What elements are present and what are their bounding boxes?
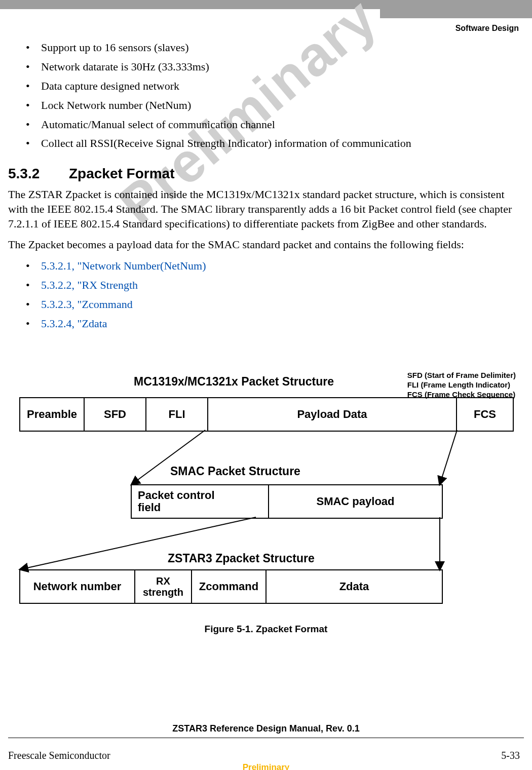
xref-link[interactable]: 5.3.2.2, "RX Strength bbox=[41, 279, 138, 291]
section-number: 5.3.2 bbox=[8, 166, 69, 182]
bullet-item: Data capture designed network bbox=[26, 78, 524, 94]
rx-line2: strength bbox=[143, 587, 183, 598]
pc-line2: field bbox=[138, 501, 161, 514]
figure-title-1: MC1319x/MC1321x Packet Structure bbox=[134, 375, 334, 389]
bullet-item: Support up to 16 sensors (slaves) bbox=[26, 40, 524, 56]
cell-rx-strength: RX strength bbox=[135, 570, 192, 603]
cell-network-number: Network number bbox=[20, 570, 135, 603]
legend-line: FLI (Frame Length Indicator) bbox=[407, 380, 516, 390]
table-mc-packet: Preamble SFD FLI Payload Data FCS bbox=[19, 397, 514, 432]
header-tab bbox=[380, 9, 532, 18]
bullet-item: Collect all RSSI(Receive Signal Strength… bbox=[26, 135, 524, 151]
bullet-link[interactable]: 5.3.2.2, "RX Strength bbox=[26, 277, 524, 293]
rx-line1: RX bbox=[156, 575, 170, 587]
cell-packet-control: Packet control field bbox=[132, 485, 269, 518]
cell-smac-payload: SMAC payload bbox=[269, 485, 442, 518]
table-zpacket: Network number RX strength Zcommand Zdat… bbox=[19, 569, 443, 604]
figure-caption: Figure 5-1. Zpacket Format bbox=[8, 624, 524, 635]
footer-company: Freescale Semiconductor bbox=[8, 750, 110, 761]
bullet-link[interactable]: 5.3.2.1, "Network Number(NetNum) bbox=[26, 258, 524, 274]
table-smac-packet: Packet control field SMAC payload bbox=[131, 484, 443, 519]
cell-zcommand: Zcommand bbox=[192, 570, 267, 603]
svg-line-1 bbox=[440, 430, 457, 484]
bullet-item: Network datarate is 30Hz (33.333ms) bbox=[26, 59, 524, 75]
legend-line: SFD (Start of Frame Delimiter) bbox=[407, 371, 516, 380]
header-section: Software Design bbox=[455, 24, 519, 33]
bullet-link[interactable]: 5.3.2.3, "Zcommand bbox=[26, 296, 524, 313]
bullet-item: Automatic/Manual select of communication… bbox=[26, 117, 524, 133]
pc-line1: Packet control bbox=[138, 489, 215, 502]
xref-link[interactable]: 5.3.2.4, "Zdata bbox=[41, 317, 107, 330]
figure-title-2: SMAC Packet Structure bbox=[170, 465, 300, 478]
xref-link[interactable]: 5.3.2.1, "Network Number(NetNum) bbox=[41, 259, 206, 272]
footer-doc-title: ZSTAR3 Reference Design Manual, Rev. 0.1 bbox=[0, 723, 532, 734]
cell-fli: FLI bbox=[146, 398, 208, 431]
cell-fcs: FCS bbox=[457, 398, 513, 431]
figure-legend: SFD (Start of Frame Delimiter) FLI (Fram… bbox=[407, 371, 516, 399]
paragraph: The ZSTAR Zpacket is contained inside th… bbox=[8, 187, 524, 231]
cell-preamble: Preamble bbox=[20, 398, 85, 431]
cell-sfd: SFD bbox=[85, 398, 146, 431]
bullet-link[interactable]: 5.3.2.4, "Zdata bbox=[26, 316, 524, 332]
cell-zdata: Zdata bbox=[267, 570, 442, 603]
section-title: Zpacket Format bbox=[69, 166, 175, 181]
figure-title-3: ZSTAR3 Zpacket Structure bbox=[168, 552, 315, 565]
footer-page-number: 5-33 bbox=[501, 750, 520, 761]
paragraph: The Zpacket becomes a payload data for t… bbox=[8, 237, 524, 252]
footer-preliminary: Preliminary bbox=[0, 762, 532, 770]
bullet-item: Lock Network number (NetNum) bbox=[26, 97, 524, 113]
footer-rule bbox=[8, 738, 524, 738]
top-bar bbox=[0, 0, 532, 9]
section-heading: 5.3.2Zpacket Format bbox=[8, 166, 524, 182]
cell-payload: Payload Data bbox=[208, 398, 457, 431]
xref-link[interactable]: 5.3.2.3, "Zcommand bbox=[41, 298, 133, 311]
figure-zpacket: MC1319x/MC1321x Packet Structure SFD (St… bbox=[8, 348, 524, 682]
